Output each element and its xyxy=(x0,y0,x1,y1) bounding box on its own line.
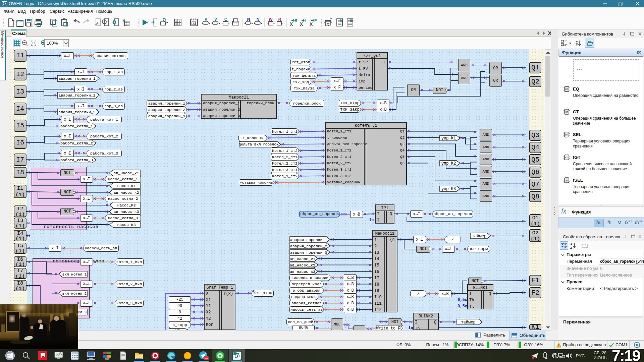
svg-text:работа_котла_2: работа_котла_2 xyxy=(60,141,93,145)
svg-text:авария_горелки_2: авария_горелки_2 xyxy=(58,93,96,98)
svg-text:насос_К2: насос_К2 xyxy=(117,203,136,207)
svg-text:.01: .01 xyxy=(204,357,208,360)
svg-text:A: A xyxy=(570,243,573,246)
svg-text:SEL: SEL xyxy=(565,134,569,136)
svg-text:упр К3: упр К3 xyxy=(441,187,456,191)
svg-text:авария_горелки_3: авария_горелки_3 xyxy=(58,110,96,114)
svg-text:авария_горелки_1: авария_горелки_1 xyxy=(58,76,96,81)
svg-text:авария_горелки_1: авария_горелки_1 xyxy=(290,238,327,242)
svg-text:вкл котел 2: вкл котел 2 xyxy=(62,292,87,296)
svg-text:ав_насос_к2: ав_насос_к2 xyxy=(114,190,139,195)
svg-text:насос_К1: насос_К1 xyxy=(117,184,136,188)
svg-text:упр К1: упр К1 xyxy=(441,136,456,141)
svg-text:дельта вкл горелок: дельта вкл горелок xyxy=(239,142,278,146)
svg-text:авария_горелки_2: авария_горелки_2 xyxy=(290,244,327,248)
svg-text:ав_насос_к3: ав_насос_к3 xyxy=(114,210,139,214)
svg-text:!: ! xyxy=(558,344,559,347)
svg-text:ав_насос_к1: ав_насос_к1 xyxy=(114,171,139,175)
svg-text:работа_котла_1: работа_котла_1 xyxy=(60,124,93,128)
svg-text:ав_насос_к3: ав_насос_к3 xyxy=(290,269,315,274)
svg-text:авария_горелки_3: авария_горелки_3 xyxy=(290,250,327,255)
svg-text:ав_насос_к2: ав_насос_к2 xyxy=(290,263,315,267)
svg-text:вкл котел 1: вкл котел 1 xyxy=(62,273,87,277)
svg-text:GT: GT xyxy=(565,111,568,113)
svg-text:fGT: fGT xyxy=(565,157,569,159)
svg-text:упр К2: упр К2 xyxy=(441,161,456,166)
svg-text:таймер: таймер xyxy=(461,320,475,325)
svg-text:таймер: таймер xyxy=(472,234,486,239)
svg-text:насос_К3: насос_К3 xyxy=(117,223,136,227)
svg-text:EQ: EQ xyxy=(565,88,568,90)
svg-text:работа_котла_3: работа_котла_3 xyxy=(60,158,93,162)
svg-text:ав_насос_к1: ав_насос_к1 xyxy=(290,257,315,261)
svg-text:fSEL: fSEL xyxy=(565,179,569,181)
svg-text:Z: Z xyxy=(570,246,572,249)
